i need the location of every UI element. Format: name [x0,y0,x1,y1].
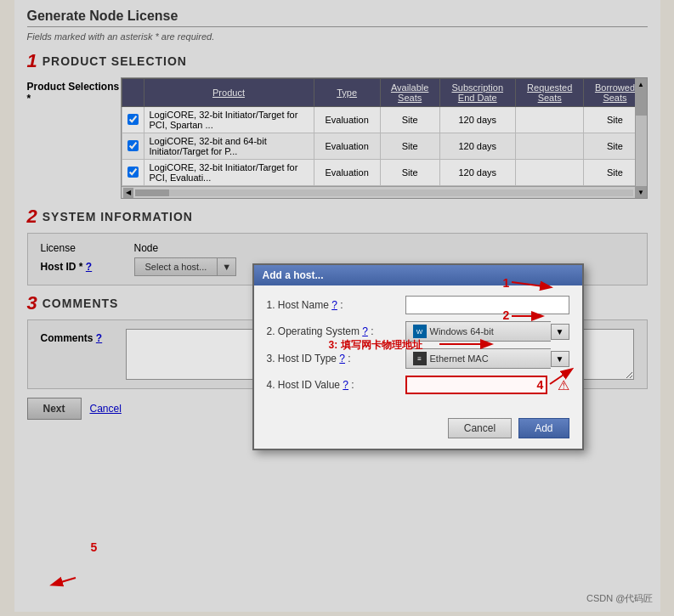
os-select-wrapper: W Windows 64-bit ▼ [405,321,569,342]
os-value: Windows 64-bit [430,326,494,336]
dialog-row-hostidvalue: 4. Host ID Value ? : ⚠ [267,376,569,394]
hostidtype-help[interactable]: ? [339,353,345,365]
hostidvalue-help[interactable]: ? [343,379,348,391]
dialog-title: Add a host... [254,265,582,285]
dialog-cancel-button[interactable]: Cancel [448,418,512,438]
dialog-row-hostidtype: 3. Host ID Type ? : ≡ Ethernet MAC ▼ [267,348,569,369]
hostidtype-select-wrapper: ≡ Ethernet MAC ▼ [405,348,569,369]
dialog-footer: Cancel Add [254,411,582,449]
hostidvalue-input[interactable] [405,376,547,394]
dialog-row-os: 2. Operating System ? : W Windows 64-bit… [267,321,569,342]
os-dropdown-arrow[interactable]: ▼ [551,324,569,340]
dialog-body: 1. Host Name ? : 2. Operating System ? :… [254,285,582,411]
os-help[interactable]: ? [362,325,368,337]
watermark: CSDN @代码匠 [586,592,653,605]
dialog-box: Add a host... 1. Host Name ? : 2. Operat… [252,263,584,450]
os-select-btn[interactable]: W Windows 64-bit [405,321,551,342]
dialog-label-hostidvalue: 4. Host ID Value ? : [267,379,399,391]
main-container: Generate Node License Fields marked with… [14,0,660,612]
dialog-row-hostname: 1. Host Name ? : [267,296,569,314]
dialog-add-button[interactable]: Add [518,418,569,438]
hostidtype-value: Ethernet MAC [430,353,489,364]
hostname-input[interactable] [405,296,569,314]
ethernet-icon: ≡ [413,352,427,365]
hostidtype-dropdown-arrow[interactable]: ▼ [551,351,569,367]
hostidtype-select-btn[interactable]: ≡ Ethernet MAC [405,348,551,369]
error-icon: ⚠ [558,377,569,393]
hostname-help[interactable]: ? [331,299,337,311]
dialog-label-hostidtype: 3. Host ID Type ? : [267,353,399,365]
dialog-label-os: 2. Operating System ? : [267,325,399,337]
dialog-overlay: Add a host... 1. Host Name ? : 2. Operat… [14,0,660,612]
dialog-label-hostname: 1. Host Name ? : [267,299,399,311]
windows-icon: W [413,325,427,338]
